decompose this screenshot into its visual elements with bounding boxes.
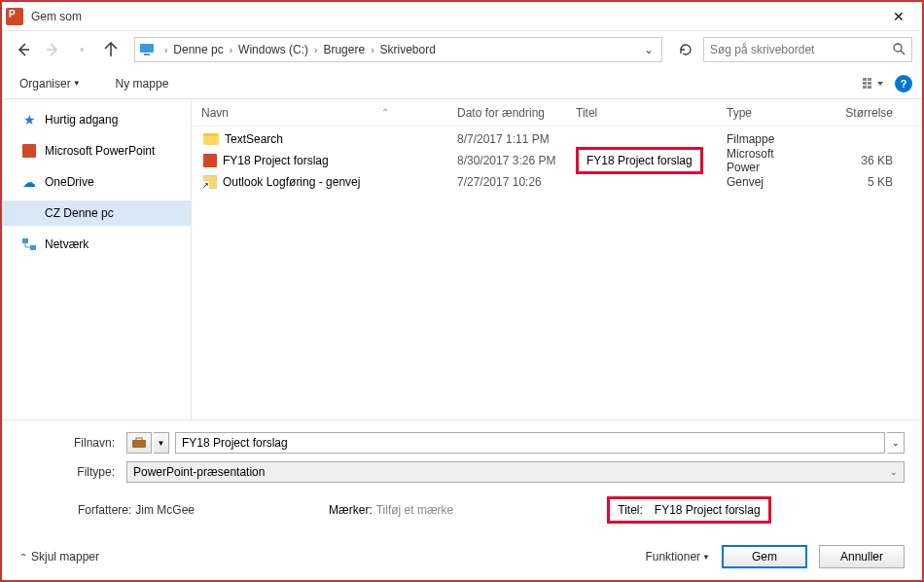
title-label: Titel: xyxy=(618,503,643,517)
tags-label: Mærker: xyxy=(329,503,373,517)
filetype-label: Filtype: xyxy=(19,465,126,479)
filetype-row: Filtype: PowerPoint-præsentation ⌄ xyxy=(19,461,905,483)
sidebar-item-network[interactable]: Netværk xyxy=(2,232,191,257)
briefcase-icon xyxy=(131,437,147,449)
column-header-size[interactable]: Størrelse xyxy=(809,106,903,120)
file-row[interactable]: Outlook Logføring - genvej 7/27/2017 10:… xyxy=(192,171,922,193)
file-row[interactable]: TextSearch 8/7/2017 1:11 PM Filmappe xyxy=(192,128,922,150)
titlebar: Gem som ✕ xyxy=(2,2,922,31)
back-button[interactable] xyxy=(12,38,35,61)
file-date: 8/7/2017 1:11 PM xyxy=(447,132,566,146)
powerpoint-file-icon xyxy=(203,154,217,167)
view-options-icon xyxy=(863,77,884,91)
file-name: FY18 Project forslag xyxy=(223,154,329,167)
svg-rect-11 xyxy=(863,86,867,89)
cancel-button[interactable]: Annuller xyxy=(819,545,905,568)
breadcrumb-item[interactable]: Skrivebord xyxy=(377,43,437,56)
file-pane: Navn ⌃ Dato for ændring Titel Type Størr… xyxy=(192,99,922,419)
save-as-dialog: Gem som ✕ ▾ › Denne pc › Windows (C:) › … xyxy=(0,0,924,582)
sidebar: ★ Hurtig adgang Microsoft PowerPoint ☁ O… xyxy=(2,99,192,419)
file-type-icon-button[interactable] xyxy=(126,432,152,454)
organize-menu[interactable]: Organiser▼ xyxy=(12,73,89,94)
highlighted-title: FY18 Project forslag xyxy=(576,147,703,174)
organize-label: Organiser xyxy=(19,77,71,91)
file-type: Genvej xyxy=(717,175,809,189)
chevron-down-icon: ⌄ xyxy=(890,467,898,477)
refresh-button[interactable] xyxy=(674,38,697,61)
filetype-select[interactable]: PowerPoint-præsentation ⌄ xyxy=(126,461,905,483)
file-name: Outlook Logføring - genvej xyxy=(223,175,360,189)
chevron-right-icon: › xyxy=(160,45,171,55)
functions-label: Funktioner xyxy=(645,550,700,564)
file-list: TextSearch 8/7/2017 1:11 PM Filmappe FY1… xyxy=(192,127,922,419)
file-date: 7/27/2017 10:26 xyxy=(447,175,566,189)
save-label: Gem xyxy=(752,550,777,564)
arrow-left-icon xyxy=(15,41,32,58)
shortcut-icon xyxy=(203,175,217,189)
filename-label: Filnavn: xyxy=(19,436,126,450)
navigation-row: ▾ › Denne pc › Windows (C:) › Brugere › … xyxy=(2,31,922,68)
up-button[interactable] xyxy=(99,38,123,61)
breadcrumb[interactable]: › Denne pc › Windows (C:) › Brugere › Sk… xyxy=(134,37,662,62)
chevron-right-icon: › xyxy=(226,45,236,55)
sidebar-item-quick-access[interactable]: ★ Hurtig adgang xyxy=(2,107,191,132)
chevron-right-icon: › xyxy=(367,45,377,55)
sidebar-item-label: CZ Denne pc xyxy=(45,206,114,220)
search-input[interactable] xyxy=(710,43,892,56)
breadcrumb-item[interactable]: Brugere xyxy=(321,43,367,56)
toolbar: Organiser▼ Ny mappe ? xyxy=(2,68,922,99)
svg-rect-7 xyxy=(863,78,867,81)
help-button[interactable]: ? xyxy=(895,75,912,92)
sidebar-item-label: Microsoft PowerPoint xyxy=(45,144,155,158)
sidebar-item-onedrive[interactable]: ☁ OneDrive xyxy=(2,169,191,195)
breadcrumb-item[interactable]: Windows (C:) xyxy=(236,43,310,56)
star-icon: ★ xyxy=(21,112,37,127)
title-value[interactable]: FY18 Project forslag xyxy=(655,503,761,517)
new-folder-button[interactable]: Ny mappe xyxy=(108,73,177,94)
filename-dropdown[interactable]: ⌄ xyxy=(887,432,905,454)
file-type: Filmappe xyxy=(717,132,809,146)
refresh-icon xyxy=(678,42,693,57)
hide-folders-button[interactable]: ⌃ Skjul mapper xyxy=(19,550,99,564)
sidebar-item-powerpoint[interactable]: Microsoft PowerPoint xyxy=(2,138,191,164)
close-button[interactable]: ✕ xyxy=(879,2,918,31)
functions-menu[interactable]: Funktioner ▼ xyxy=(645,550,710,564)
forward-button[interactable] xyxy=(41,38,64,61)
svg-rect-12 xyxy=(868,86,871,89)
sort-indicator-icon: ⌃ xyxy=(381,107,389,118)
svg-rect-10 xyxy=(868,82,871,85)
view-options-button[interactable] xyxy=(862,74,885,93)
authors-value[interactable]: Jim McGee xyxy=(135,503,195,517)
file-type-dropdown[interactable]: ▼ xyxy=(154,432,169,454)
svg-line-6 xyxy=(901,51,905,55)
cloud-icon: ☁ xyxy=(21,174,37,190)
file-size: 36 KB xyxy=(809,154,922,167)
window-title: Gem som xyxy=(31,10,879,23)
cancel-label: Annuller xyxy=(840,550,883,564)
sidebar-item-label: Netværk xyxy=(45,237,89,251)
powerpoint-app-icon xyxy=(6,8,23,25)
filetype-value: PowerPoint-præsentation xyxy=(133,465,265,479)
save-button[interactable]: Gem xyxy=(722,545,807,568)
file-row[interactable]: FY18 Project forslag 8/30/2017 3:26 PM F… xyxy=(192,150,922,171)
tags-input[interactable]: Tilføj et mærke xyxy=(376,503,454,517)
filename-input[interactable] xyxy=(175,432,885,454)
column-header-name[interactable]: Navn ⌃ xyxy=(192,106,447,120)
file-type: Microsoft Power xyxy=(717,147,809,174)
column-header-title[interactable]: Titel xyxy=(566,106,717,120)
chevron-down-icon: ▼ xyxy=(73,79,81,88)
search-box[interactable] xyxy=(703,37,912,62)
column-header-type[interactable]: Type xyxy=(717,106,809,120)
breadcrumb-item[interactable]: Denne pc xyxy=(171,43,225,56)
hide-folders-label: Skjul mapper xyxy=(31,550,99,564)
sidebar-item-this-pc[interactable]: 🖥 CZ Denne pc xyxy=(2,200,191,226)
arrow-up-icon xyxy=(102,41,120,58)
svg-point-5 xyxy=(894,44,902,52)
this-pc-icon xyxy=(139,43,157,56)
powerpoint-icon xyxy=(21,143,37,159)
svg-rect-13 xyxy=(22,238,28,243)
file-name: TextSearch xyxy=(225,132,283,146)
breadcrumb-dropdown[interactable]: ⌄ xyxy=(640,43,657,56)
column-header-date[interactable]: Dato for ændring xyxy=(447,106,566,120)
recent-dropdown[interactable]: ▾ xyxy=(70,38,93,61)
